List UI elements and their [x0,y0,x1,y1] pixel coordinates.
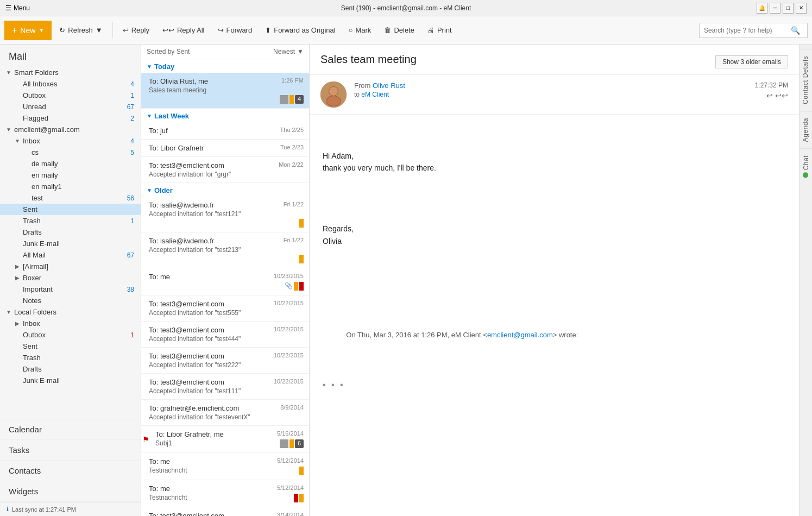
sidebar-item-cs[interactable]: cs 5 [0,147,141,158]
nav-widgets[interactable]: Widgets [0,481,141,502]
sidebar-item-local-drafts[interactable]: Drafts [0,363,141,375]
ellipsis[interactable]: • • • [323,378,786,392]
search-box[interactable]: 🔍 [699,23,808,38]
sidebar-item-unread[interactable]: Unread 67 [0,101,141,112]
sidebar: Mail ▼ Smart Folders All Inboxes 4 Outbo… [0,45,141,516]
sidebar-item-local-outbox[interactable]: Outbox 1 [0,329,141,341]
sidebar-item-local-trash[interactable]: Trash [0,352,141,363]
inbox-count: 4 [130,137,141,145]
sidebar-item-local-sent[interactable]: Sent [0,341,141,352]
email-item-9[interactable]: To: test3@emclient.com 10/22/2015 Accept… [141,348,309,374]
search-input[interactable] [704,27,791,34]
forward-icon: ↪ [218,26,224,34]
sidebar-item-drafts[interactable]: Drafts [0,226,141,238]
quote-close-text: > wrote: [553,331,578,339]
smart-folders-expand: ▼ [4,70,13,75]
gmail-account-group[interactable]: ▼ emclient@gmail.com [0,124,141,135]
sidebar-item-en-maily[interactable]: en maily [0,169,141,181]
quote-email-link[interactable]: emclient@gmail.com [487,331,553,339]
email-item-8[interactable]: To: test3@emclient.com 10/22/2015 Accept… [141,322,309,348]
sidebar-item-de-maily[interactable]: de maily [0,158,141,169]
sidebar-item-outbox-smart[interactable]: Outbox 1 [0,90,141,101]
email-item-2[interactable]: To: Libor Grafnetr Tue 2/23 [141,140,309,157]
email-item-1[interactable]: To: juf Thu 2/25 [141,122,309,140]
sidebar-item-all-mail[interactable]: All Mail 67 [0,249,141,261]
reply-all-button[interactable]: ↩↩ Reply All [157,21,210,40]
unread-count: 67 [127,103,141,111]
trash-label: Trash [22,217,130,225]
notification-icon[interactable]: 🔔 [757,3,767,14]
nav-tasks[interactable]: Tasks [0,440,141,461]
email-body-text: Hi Adam,thank you very much, I'll be the… [323,125,786,439]
to-name[interactable]: eM Client [361,91,389,98]
all-inboxes-label: All Inboxes [22,80,130,88]
cs-count: 5 [130,149,141,156]
unread-label: Unread [22,103,127,111]
sidebar-item-all-inboxes[interactable]: All Inboxes 4 [0,78,141,90]
email-item-4[interactable]: To: isalie@iwdemo.fr Fri 1/22 Accepted i… [141,197,309,232]
email-date-9: 10/22/2015 [274,352,304,360]
outbox-smart-label: Outbox [22,91,130,99]
forward-original-button[interactable]: ⬆ Forward as Original [260,21,341,40]
email-item-7[interactable]: To: test3@emclient.com 10/22/2015 Accept… [141,295,309,322]
sidebar-item-sent[interactable]: Sent [0,204,141,215]
en-maily1-label: en maily1 [30,183,141,191]
email-item-3[interactable]: To: test3@emclient.com Mon 2/22 Accepted… [141,157,309,183]
sidebar-item-test[interactable]: test 56 [0,192,141,204]
email-date-13: 5/12/2014 [277,457,304,465]
refresh-button[interactable]: ↻ Refresh ▼ [54,21,108,40]
email-item-14[interactable]: To: me 5/12/2014 Testnachricht [141,480,309,507]
email-item-15[interactable]: To: test3@emclient.com 3/14/2014 Přijatá… [141,507,309,516]
reply-label: Reply [131,26,149,34]
sidebar-item-important[interactable]: Important 38 [0,284,141,295]
print-button[interactable]: 🖨 Print [422,21,457,40]
sidebar-item-trash[interactable]: Trash 1 [0,215,141,226]
reply-button[interactable]: ↩ Reply [117,21,155,40]
local-inbox-expand: ▶ [13,320,22,326]
new-dropdown-arrow: ▼ [39,27,44,33]
maximize-button[interactable]: □ [783,3,794,14]
minimize-button[interactable]: ─ [770,3,780,14]
sidebar-item-local-inbox[interactable]: ▶ Inbox [0,318,141,329]
nav-contacts[interactable]: Contacts [0,461,141,481]
sidebar-item-boxer[interactable]: ▶ Boxer [0,272,141,284]
main-layout: Mail ▼ Smart Folders All Inboxes 4 Outbo… [0,45,812,516]
flag-gray-12 [280,439,288,448]
email-item-12[interactable]: ⚑ To: Libor Grafnetr, me 5/16/2014 Subj1… [141,426,309,453]
tab-chat[interactable]: Chat [800,148,812,184]
email-date-4: Fri 1/22 [284,201,304,209]
tab-contact-details[interactable]: Contact Details [800,49,812,111]
local-folders-group[interactable]: ▼ Local Folders [0,306,141,318]
email-item-5[interactable]: To: isalie@iwdemo.fr Fri 1/22 Accepted i… [141,232,309,268]
reply-all-meta-button[interactable]: ↩↩ [775,91,788,100]
right-sidebar: Contact Details Agenda Chat [799,45,812,516]
tab-agenda[interactable]: Agenda [800,111,812,148]
menu-button[interactable]: ☰ Menu [5,4,30,12]
smart-folders-label: Smart Folders [13,68,141,77]
delete-button[interactable]: 🗑 Delete [379,21,420,40]
show-older-button[interactable]: Show 3 older emails [715,55,788,68]
new-button[interactable]: + New ▼ [4,21,52,40]
sidebar-item-inbox[interactable]: ▼ Inbox 4 [0,135,141,147]
smart-folders-group[interactable]: ▼ Smart Folders [0,67,141,78]
sidebar-item-airmail[interactable]: ▶ [Airmail] [0,261,141,272]
forward-button[interactable]: ↪ Forward [212,21,258,40]
sidebar-item-local-junk[interactable]: Junk E-mail [0,375,141,386]
from-name[interactable]: Olive Rust [373,81,405,90]
close-button[interactable]: ✕ [796,3,807,14]
email-item-6[interactable]: To: me 10/23/2015 📎 [141,268,309,295]
sort-order[interactable]: Newest ▼ [273,48,304,55]
email-item-13[interactable]: To: me 5/12/2014 Testnachricht [141,453,309,480]
email-item-11[interactable]: To: grafnetr@e.emclient.com 8/9/2014 Acc… [141,400,309,426]
sidebar-item-junk[interactable]: Junk E-mail [0,238,141,249]
email-item-0[interactable]: To: Olivia Rust, me 1:26 PM Sales team m… [141,73,309,109]
nav-calendar[interactable]: Calendar [0,419,141,440]
sidebar-item-en-maily1[interactable]: en maily1 [0,181,141,192]
email-recipient-1: To: juf [149,127,168,135]
email-subject-9: Accepted invitation for "test222" [149,361,304,369]
sidebar-item-flagged[interactable]: Flagged 2 [0,112,141,124]
email-item-10[interactable]: To: test3@emclient.com 10/22/2015 Accept… [141,374,309,400]
reply-meta-button[interactable]: ↩ [766,91,773,100]
sidebar-item-notes[interactable]: Notes [0,295,141,306]
mark-button[interactable]: ○ Mark [343,21,377,40]
